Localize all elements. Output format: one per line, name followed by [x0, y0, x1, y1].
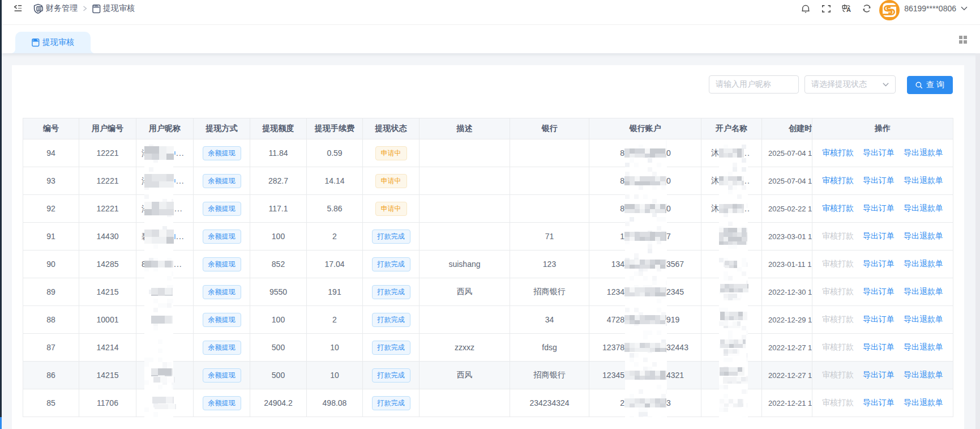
holder-visible-char: 沐	[711, 148, 719, 158]
cell-method: 余额提现	[194, 139, 250, 167]
export-order-link[interactable]: 导出订单	[863, 259, 895, 269]
review-payment-link[interactable]: 审核打款	[822, 231, 854, 241]
export-refund-link[interactable]: 导出退款单	[904, 315, 943, 325]
bell-icon[interactable]	[795, 1, 816, 16]
review-payment-link[interactable]: 审核打款	[822, 259, 854, 269]
account-suffix: 7	[666, 232, 671, 241]
column-header: 银行	[510, 118, 589, 139]
review-payment-link[interactable]: 审核打款	[822, 315, 854, 325]
export-refund-link[interactable]: 导出退款单	[904, 342, 943, 352]
breadcrumb-label: 财务管理	[46, 3, 78, 14]
pixelated-nickname	[151, 368, 173, 376]
export-order-link[interactable]: 导出订单	[863, 342, 895, 352]
method-tag: 余额提现	[203, 174, 241, 188]
cell-bank: 招商银行	[510, 278, 589, 306]
pixelated-nickname	[144, 174, 174, 188]
cell-id: 92	[23, 195, 79, 223]
select-chevron-down-icon	[883, 83, 889, 87]
cell-amount: 500	[250, 334, 307, 362]
breadcrumb-separator-icon	[83, 6, 87, 11]
cell-id: 91	[23, 223, 79, 250]
sidebar-fold-icon[interactable]	[14, 5, 22, 12]
refresh-icon[interactable]	[857, 1, 877, 16]
export-refund-link[interactable]: 导出退款单	[904, 148, 943, 158]
column-header: 提现额度	[250, 118, 307, 139]
cell-amount: 500	[250, 362, 307, 389]
pixelated-holder	[719, 176, 744, 185]
export-refund-link[interactable]: 导出退款单	[904, 287, 943, 297]
navbar: 财务管理 提现审核	[2, 0, 980, 25]
breadcrumb-item-finance[interactable]: 财务管理	[33, 3, 78, 14]
account-suffix: 32443	[666, 343, 688, 352]
export-refund-link[interactable]: 导出退款单	[904, 370, 943, 380]
cell-uid: 12221	[79, 167, 136, 195]
review-payment-link[interactable]: 审核打款	[822, 342, 854, 352]
export-order-link[interactable]: 导出订单	[863, 398, 895, 408]
export-refund-link[interactable]: 导出退款单	[904, 259, 943, 269]
pixelated-holder	[719, 204, 744, 213]
cell-id: 94	[23, 139, 79, 167]
review-payment-link[interactable]: 审核打款	[822, 287, 854, 297]
tab-withdraw-review[interactable]: 提现审核	[15, 32, 91, 53]
tabbar: 提现审核	[2, 25, 980, 53]
cell-bank	[510, 167, 589, 195]
chevron-down-icon[interactable]	[961, 6, 968, 11]
export-order-link[interactable]: 导出订单	[863, 231, 895, 241]
cell-amount: 852	[250, 250, 307, 278]
account-prefix: 12345	[589, 371, 624, 380]
status-select[interactable]: 请选择提现状态	[804, 75, 896, 94]
cell-fee: 2	[307, 306, 363, 334]
avatar[interactable]	[879, 0, 900, 20]
nickname-search-input[interactable]: 请输入用户昵称	[709, 75, 799, 94]
query-button[interactable]: 查 询	[907, 76, 953, 94]
review-payment-link[interactable]: 审核打款	[822, 203, 854, 214]
pixelated-nickname	[144, 146, 174, 160]
cell-status: 申请中	[363, 167, 420, 195]
status-tag: 打款完成	[372, 313, 410, 327]
export-order-link[interactable]: 导出订单	[863, 287, 895, 297]
review-payment-link[interactable]: 审核打款	[822, 148, 854, 158]
translate-icon[interactable]: A	[836, 1, 857, 16]
export-order-link[interactable]: 导出订单	[863, 176, 895, 186]
status-tag: 打款完成	[372, 285, 410, 299]
export-refund-link[interactable]: 导出退款单	[904, 176, 943, 186]
method-tag: 余额提现	[203, 230, 241, 244]
cell-bank: 123	[510, 250, 589, 278]
account-suffix: 0	[666, 176, 671, 185]
review-payment-link[interactable]: 审核打款	[822, 398, 854, 408]
export-refund-link[interactable]: 导出退款单	[904, 203, 943, 214]
username: 86199****0806	[904, 4, 956, 13]
pixelated-account	[624, 287, 666, 296]
review-payment-link[interactable]: 审核打款	[822, 176, 854, 186]
pixelated-account	[624, 232, 666, 241]
export-order-link[interactable]: 导出订单	[863, 315, 895, 325]
method-tag: 余额提现	[203, 202, 241, 216]
cell-id: 87	[23, 334, 79, 362]
breadcrumb-item-withdraw-review: 提现审核	[92, 3, 135, 14]
main-card: 请输入用户昵称 请选择提现状态 查 询	[12, 65, 964, 429]
ops-row: 审核打款 导出订单 导出退款单	[812, 250, 953, 278]
cell-method: 余额提现	[194, 389, 250, 417]
cell-desc	[420, 195, 510, 223]
query-button-label: 查 询	[926, 80, 944, 90]
fullscreen-icon[interactable]	[816, 1, 836, 16]
export-order-link[interactable]: 导出订单	[863, 148, 895, 158]
export-order-link[interactable]: 导出订单	[863, 370, 895, 380]
cell-uid: 14430	[79, 223, 136, 250]
export-refund-link[interactable]: 导出退款单	[904, 231, 943, 241]
export-refund-link[interactable]: 导出退款单	[904, 398, 943, 408]
cell-bank	[510, 195, 589, 223]
account-suffix: 3567	[666, 260, 684, 269]
page-scrollbar[interactable]	[975, 53, 980, 429]
cell-method: 余额提现	[194, 195, 250, 223]
nickname-placeholder: 请输入用户昵称	[716, 79, 771, 90]
review-payment-link[interactable]: 审核打款	[822, 370, 854, 380]
cell-desc	[420, 167, 510, 195]
tab-options-grid-icon[interactable]	[959, 36, 967, 44]
cell-id: 86	[23, 362, 79, 389]
cell-desc: zzxxz	[420, 334, 510, 362]
cell-bank: 234234324	[510, 389, 589, 417]
account-prefix: 8	[589, 204, 624, 213]
cell-uid: 12221	[79, 195, 136, 223]
export-order-link[interactable]: 导出订单	[863, 203, 895, 214]
